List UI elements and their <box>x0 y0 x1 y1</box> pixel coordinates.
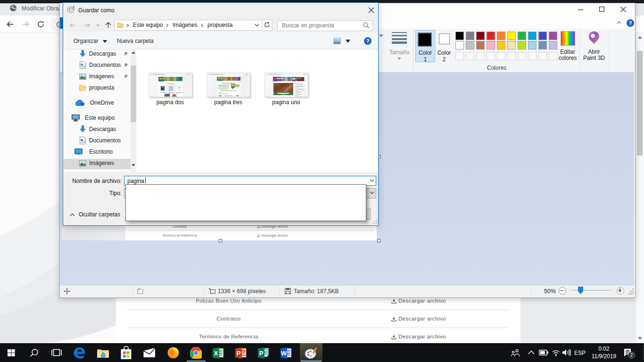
svg-text:X: X <box>214 350 218 357</box>
svg-text:P: P <box>237 350 241 357</box>
svg-text:P: P <box>259 350 264 357</box>
svg-text:W: W <box>281 350 287 357</box>
